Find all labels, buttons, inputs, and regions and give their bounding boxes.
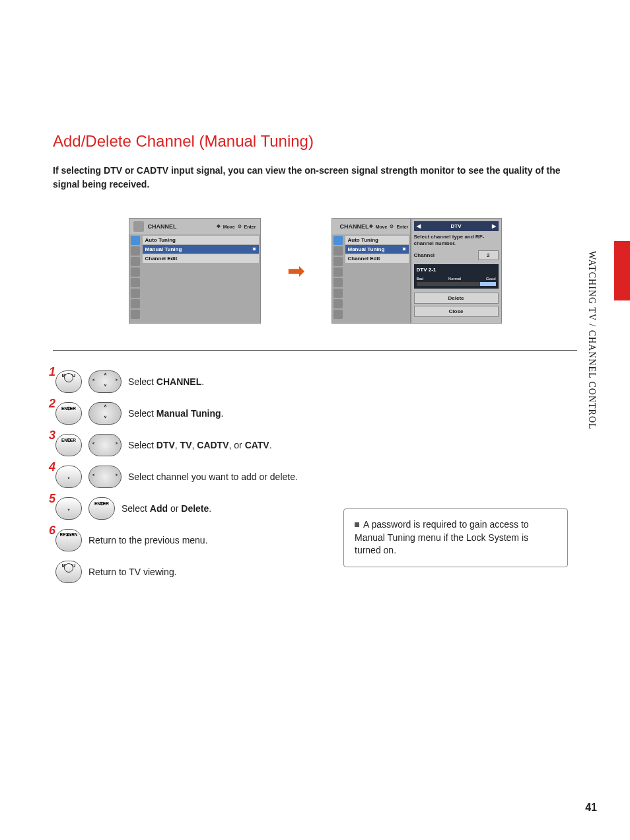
osd-hint: ✥Move ⊙Enter — [369, 224, 409, 229]
left-arrow-icon[interactable]: ◀ — [417, 223, 421, 229]
step-text: Select Add or Delete. — [122, 503, 211, 514]
osd-item-manual-tuning[interactable]: Manual Tuning — [345, 245, 409, 254]
leftright-button[interactable]: ˂˃ — [88, 434, 122, 456]
section-label: WATCHING TV / CHANNEL CONTROL — [586, 251, 597, 430]
dpad-button[interactable]: ˄˅˂˃ — [88, 370, 122, 393]
menu-button[interactable]: MENU — [55, 370, 82, 393]
enter-button[interactable]: ENTER⊙ — [55, 434, 82, 456]
step-number: 5 — [49, 492, 55, 506]
osd-item-channel-edit[interactable]: Channel Edit — [143, 254, 259, 263]
step-text: Select CHANNEL. — [128, 376, 204, 388]
osd-item-manual-tuning[interactable]: Manual Tuning — [143, 245, 259, 254]
osd-title: CHANNEL — [148, 223, 177, 230]
step-text: Return to TV viewing. — [88, 566, 177, 578]
step-number: 3 — [49, 429, 55, 442]
page-number: 41 — [585, 802, 597, 814]
page-title: Add/Delete Channel (Manual Tuning) — [53, 132, 577, 151]
channel-number-row: Channel 2 — [414, 250, 499, 260]
return-button[interactable]: RETURN↶ — [55, 529, 82, 551]
signal-type-selector[interactable]: ◀ DTV ▶ — [414, 221, 499, 231]
updown-button[interactable]: ˄˅ — [88, 402, 122, 425]
delete-button[interactable]: Delete — [414, 293, 499, 304]
menu-button[interactable]: MENU — [55, 561, 82, 583]
side-tab — [614, 241, 630, 300]
enter-button[interactable]: ENTER⊙ — [55, 402, 82, 425]
channel-number-value[interactable]: 2 — [478, 250, 498, 260]
step-number: 1 — [49, 365, 55, 379]
osd-title: CHANNEL — [340, 223, 369, 230]
step-text: Select Manual Tuning. — [128, 407, 223, 419]
osd-screens: CHANNEL ✥Move ⊙Enter Auto Tuning Manual … — [53, 218, 577, 324]
step-text: Select DTV, TV, CADTV, or CATV. — [128, 439, 272, 451]
channel-icon — [133, 221, 144, 232]
enter-button[interactable]: ENTER⊙ — [88, 497, 115, 520]
step-number: 4 — [49, 460, 55, 474]
manual-tuning-panel: ◀ DTV ▶ Select channel type and RF-chann… — [411, 218, 502, 324]
osd-channel-menu: CHANNEL ✥Move ⊙Enter Auto Tuning Manual … — [129, 218, 261, 324]
panel-instruction: Select channel type and RF-channel numbe… — [414, 234, 499, 246]
down-button[interactable]: ˅ — [55, 497, 82, 520]
osd-item-channel-edit[interactable]: Channel Edit — [345, 254, 409, 263]
bullet-icon — [355, 522, 359, 527]
intro-text: If selecting DTV or CADTV input signal, … — [53, 164, 577, 192]
leftright-button[interactable]: ˂˃ — [88, 466, 122, 488]
osd-with-panel: CHANNEL ✥Move ⊙Enter Auto Tuning Manual … — [332, 218, 502, 324]
osd-item-auto-tuning[interactable]: Auto Tuning — [143, 236, 259, 244]
right-arrow-icon[interactable]: ▶ — [492, 223, 496, 229]
signal-strength-meter: DTV 2-1 Bad Normal Good — [414, 264, 499, 289]
osd-item-auto-tuning[interactable]: Auto Tuning — [345, 236, 409, 244]
note-box: A password is required to gain access to… — [343, 508, 568, 567]
down-button[interactable]: ˅ — [55, 466, 82, 488]
arrow-icon: ➡ — [287, 258, 305, 283]
step-text: Return to the previous menu. — [88, 534, 208, 546]
instruction-steps: 1 MENU ˄˅˂˃ Select CHANNEL. 2 ENTER⊙ ˄˅ … — [53, 370, 317, 583]
separator — [53, 350, 577, 351]
osd-hint: ✥Move ⊙Enter — [217, 224, 256, 229]
step-text: Select channel you want to add or delete… — [128, 471, 298, 483]
osd-category-icons — [129, 234, 141, 320]
step-number: 6 — [49, 524, 55, 538]
close-button[interactable]: Close — [414, 306, 499, 317]
step-number: 2 — [49, 397, 55, 411]
